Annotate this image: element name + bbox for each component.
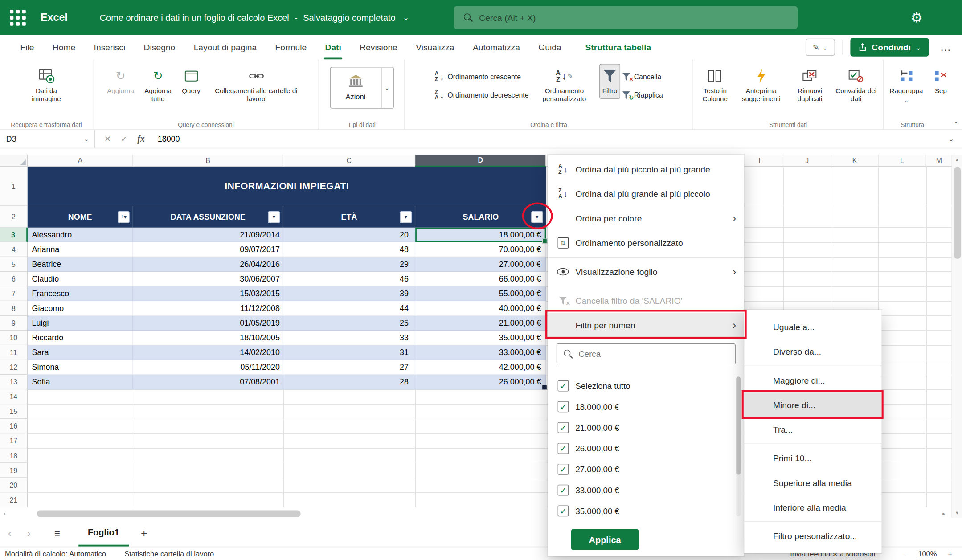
header-nome[interactable]: NOME ↑▾: [28, 206, 133, 228]
row-header-5[interactable]: 5: [0, 257, 28, 272]
document-title[interactable]: Come ordinare i dati in un foglio di cal…: [100, 12, 409, 22]
cell-salary[interactable]: 21.000,00 €: [415, 316, 546, 331]
column-header-m[interactable]: M: [926, 155, 951, 167]
horizontal-scroll-track[interactable]: [10, 510, 548, 517]
cell-salary[interactable]: 42.000,00 €: [415, 360, 546, 375]
column-header-a[interactable]: A: [28, 155, 133, 167]
cell-date[interactable]: 07/08/2001: [133, 375, 283, 389]
row-header-13[interactable]: 13: [0, 375, 28, 389]
cell-salary[interactable]: 33.000,00 €: [415, 345, 546, 360]
submenu-equals[interactable]: Uguale a...: [744, 315, 881, 339]
apply-filter-button[interactable]: Applica: [571, 529, 639, 550]
vertical-scroll-thumb[interactable]: [954, 167, 961, 259]
row-header-4[interactable]: 4: [0, 242, 28, 257]
chevron-down-icon[interactable]: ⌄: [403, 13, 409, 22]
checkbox-checked-icon[interactable]: ✓: [558, 464, 569, 475]
cell-age[interactable]: 46: [283, 272, 415, 286]
filter-list-scrollbar[interactable]: [736, 376, 741, 516]
filter-button-data-assunzione[interactable]: ▾: [268, 211, 280, 223]
app-launcher-waffle-icon[interactable]: [7, 6, 29, 29]
add-sheet-button[interactable]: +: [132, 527, 156, 540]
row-header-20[interactable]: 20: [0, 478, 28, 493]
scroll-right-button[interactable]: ▸: [936, 509, 951, 518]
submenu-custom-filter[interactable]: Filtro personalizzato...: [744, 524, 881, 548]
column-header-d-selected[interactable]: D: [415, 155, 546, 167]
row-header-1[interactable]: 1: [0, 167, 28, 206]
row-header-10[interactable]: 10: [0, 331, 28, 345]
checkbox-value[interactable]: ✓ 21.000,00 €: [548, 417, 745, 438]
header-salario[interactable]: SALARIO ▾: [415, 206, 546, 228]
submenu-top-10[interactable]: Primi 10...: [744, 446, 881, 470]
menu-sort-large-to-small[interactable]: ZA↓ Ordina per colore Ordina dal più gra…: [548, 182, 745, 206]
refresh-all-button[interactable]: ↻ Aggiorna tutto: [139, 65, 177, 106]
cell-date[interactable]: 05/11/2020: [133, 360, 283, 375]
cell-date[interactable]: 09/07/2017: [133, 242, 283, 257]
cell-salary[interactable]: 55.000,00 €: [415, 286, 546, 301]
column-header-l[interactable]: L: [879, 155, 926, 167]
menu-sort-small-to-large[interactable]: AZ↓ Ordina dal più piccolo al più grande: [548, 157, 745, 181]
row-header-7[interactable]: 7: [0, 286, 28, 301]
row-header-6[interactable]: 6: [0, 272, 28, 286]
formula-input[interactable]: 18000: [154, 135, 940, 144]
checkbox-value[interactable]: ✓ 33.000,00 €: [548, 480, 745, 501]
cell-name[interactable]: Francesco: [28, 286, 133, 301]
cancel-entry-icon[interactable]: ✕: [104, 135, 111, 144]
row-header-21[interactable]: 21: [0, 493, 28, 507]
cell-age[interactable]: 48: [283, 242, 415, 257]
column-header-k[interactable]: K: [831, 155, 879, 167]
save-status[interactable]: Salvataggio completato: [303, 12, 396, 22]
checkbox-checked-icon[interactable]: ✓: [558, 422, 569, 433]
cell-name[interactable]: Luigi: [28, 316, 133, 331]
zoom-in-button[interactable]: +: [948, 549, 952, 558]
actions-dropdown-chevron[interactable]: ⌄: [381, 67, 393, 108]
actions-button[interactable]: Azioni: [330, 67, 381, 108]
actions-gallery[interactable]: Azioni ⌄: [330, 67, 393, 109]
checkbox-value[interactable]: ✓ 35.000,00 €: [548, 501, 745, 522]
share-button[interactable]: Condividi ⌄: [850, 38, 929, 56]
cell-age[interactable]: 29: [283, 257, 415, 272]
cell-date[interactable]: 15/03/2015: [133, 286, 283, 301]
row-header-8[interactable]: 8: [0, 301, 28, 316]
table-title-cell[interactable]: INFORMAZIONI IMPIEGATI: [28, 167, 546, 206]
more-options-button[interactable]: …: [936, 41, 954, 54]
search-box[interactable]: [454, 6, 798, 29]
cell-age[interactable]: 31: [283, 345, 415, 360]
horizontal-scroll-thumb[interactable]: [37, 510, 301, 517]
checkbox-checked-icon[interactable]: ✓: [558, 485, 569, 496]
filter-button-nome[interactable]: ↑▾: [118, 211, 129, 223]
cell-date[interactable]: 26/04/2016: [133, 257, 283, 272]
cell-date[interactable]: 18/10/2005: [133, 331, 283, 345]
cell-age[interactable]: 25: [283, 316, 415, 331]
tab-disegno[interactable]: Disegno: [135, 35, 184, 59]
cell-name[interactable]: Sofia: [28, 375, 133, 389]
column-header-j[interactable]: J: [783, 155, 831, 167]
search-input[interactable]: [479, 12, 774, 22]
menu-sort-by-color[interactable]: Ordina per colore ›: [548, 206, 745, 231]
cell-age[interactable]: 33: [283, 331, 415, 345]
row-header-9[interactable]: 9: [0, 316, 28, 331]
cell-name[interactable]: Sara: [28, 345, 133, 360]
cell-salary[interactable]: 66.000,00 €: [415, 272, 546, 286]
cell-salary[interactable]: 26.000,00 €: [415, 375, 546, 389]
custom-sort-button[interactable]: AZ ↓ ✎ Ordinamento personalizzato: [531, 65, 598, 106]
submenu-between[interactable]: Tra...: [744, 417, 881, 441]
submenu-not-equals[interactable]: Diverso da...: [744, 339, 881, 364]
sheet-nav-forward-icon[interactable]: ›: [19, 528, 38, 539]
checkbox-value[interactable]: ✓ 26.000,00 €: [548, 438, 745, 459]
column-header-c[interactable]: C: [283, 155, 415, 167]
filter-button-salario[interactable]: ▾: [531, 211, 543, 223]
scroll-left-icon[interactable]: ‹: [0, 511, 10, 517]
header-data-assunzione[interactable]: DATA ASSUNZIONE ▾: [133, 206, 283, 228]
name-box[interactable]: D3 ⌄: [0, 130, 95, 148]
cell-date[interactable]: 01/05/2019: [133, 316, 283, 331]
workbook-links-button[interactable]: Collegamenti alle cartelle di lavoro: [205, 65, 307, 106]
row-header-12[interactable]: 12: [0, 360, 28, 375]
cell-name[interactable]: Claudio: [28, 272, 133, 286]
filter-button-eta[interactable]: ▾: [400, 211, 412, 223]
sort-ascending-button[interactable]: AZ ↓ Ordinamento crescente: [434, 69, 528, 84]
clear-filter-button[interactable]: ✕ Cancella: [622, 69, 663, 84]
select-all-corner[interactable]: [0, 155, 28, 167]
scroll-down-icon[interactable]: ▾: [952, 510, 962, 516]
tab-file[interactable]: File: [11, 35, 43, 59]
remove-duplicates-button[interactable]: Rimuovi duplicati: [789, 65, 830, 106]
